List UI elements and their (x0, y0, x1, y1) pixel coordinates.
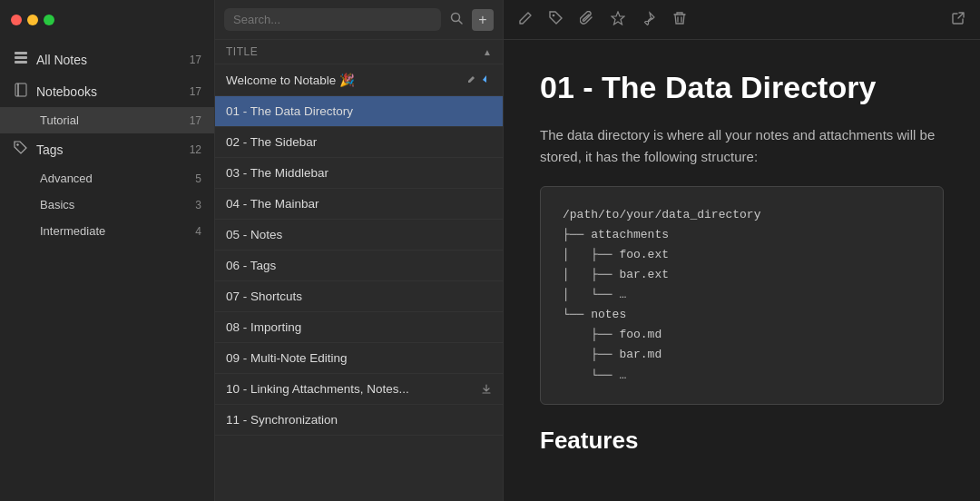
svg-point-9 (553, 14, 555, 16)
note-item-04[interactable]: 04 - The Mainbar (215, 189, 503, 220)
notebooks-label: Notebooks (36, 84, 176, 99)
sidebar-item-advanced[interactable]: Advanced 5 (0, 165, 214, 192)
svg-marker-8 (483, 75, 486, 83)
note-icons-welcome (466, 74, 492, 85)
note-item-03[interactable]: 03 - The Middlebar (215, 158, 503, 189)
note-title-08: 08 - Importing (226, 320, 492, 334)
notes-list: Welcome to Notable 🎉 01 - The Data Direc… (215, 64, 503, 501)
note-item-10[interactable]: 10 - Linking Attachments, Notes... (215, 374, 503, 405)
note-item-05[interactable]: 05 - Notes (215, 220, 503, 250)
new-note-button[interactable]: + (472, 9, 494, 31)
svg-rect-2 (15, 61, 27, 64)
minimize-button[interactable] (27, 15, 38, 25)
close-button[interactable] (11, 15, 22, 25)
sidebar: All Notes 17 Notebooks 17 Tutorial 17 Ta… (0, 0, 215, 501)
pin-icon[interactable] (642, 11, 656, 29)
svg-rect-3 (15, 84, 26, 96)
note-item-welcome[interactable]: Welcome to Notable 🎉 (215, 64, 503, 96)
note-title-01: 01 - The Data Directory (226, 104, 492, 118)
note-item-01[interactable]: 01 - The Data Directory (215, 96, 503, 127)
svg-line-7 (459, 21, 463, 25)
note-title-07: 07 - Shortcuts (226, 290, 492, 303)
note-item-02[interactable]: 02 - The Sidebar (215, 127, 503, 158)
svg-marker-10 (612, 12, 624, 25)
tags-count: 12 (183, 143, 201, 156)
note-title-09: 09 - Multi-Note Editing (226, 351, 492, 365)
note-item-08[interactable]: 08 - Importing (215, 312, 503, 343)
search-bar: + (215, 0, 503, 40)
search-input[interactable] (224, 8, 441, 31)
star-icon[interactable] (611, 11, 625, 29)
sidebar-item-basics[interactable]: Basics 3 (0, 192, 214, 218)
delete-icon[interactable] (672, 11, 687, 29)
notes-sort-title[interactable]: Title (226, 45, 483, 58)
middlebar: + Title ▲ Welcome to Notable 🎉 01 - The … (215, 0, 504, 501)
note-title-05: 05 - Notes (226, 228, 492, 241)
content-title: 01 - The Data Directory (540, 69, 944, 106)
note-title-04: 04 - The Mainbar (226, 197, 492, 211)
basics-count: 3 (195, 199, 201, 211)
note-item-06[interactable]: 06 - Tags (215, 250, 503, 281)
content-paragraph: The data directory is where all your not… (540, 124, 944, 168)
svg-rect-0 (15, 52, 27, 54)
svg-point-5 (16, 143, 18, 145)
notebooks-icon (13, 83, 29, 100)
svg-rect-1 (15, 56, 27, 59)
toolbar (504, 0, 980, 40)
new-note-icon: + (478, 12, 486, 28)
code-block: /path/to/your/data_directory ├── attachm… (540, 186, 944, 405)
intermediate-label: Intermediate (40, 224, 188, 238)
features-heading: Features (540, 427, 944, 455)
note-title-welcome: Welcome to Notable 🎉 (226, 73, 461, 87)
all-notes-label: All Notes (36, 53, 176, 67)
note-item-11[interactable]: 11 - Synchronization (215, 405, 503, 436)
content-area: 01 - The Data Directory The data directo… (504, 40, 980, 501)
maximize-button[interactable] (44, 15, 54, 25)
tutorial-label: Tutorial (40, 113, 182, 127)
tags-icon (13, 141, 29, 158)
note-title-06: 06 - Tags (226, 259, 492, 272)
titlebar (0, 0, 214, 40)
tag-icon[interactable] (549, 11, 564, 29)
sidebar-nav: All Notes 17 Notebooks 17 Tutorial 17 Ta… (0, 40, 214, 501)
tutorial-count: 17 (190, 114, 201, 127)
all-notes-count: 17 (183, 54, 201, 66)
note-title-02: 02 - The Sidebar (226, 135, 492, 149)
attachment-icon[interactable] (580, 11, 594, 29)
traffic-lights (11, 15, 54, 25)
notebooks-count: 17 (183, 85, 201, 98)
note-item-07[interactable]: 07 - Shortcuts (215, 281, 503, 312)
search-icon[interactable] (446, 10, 466, 29)
sidebar-item-tutorial[interactable]: Tutorial 17 (0, 107, 214, 133)
edit-icon[interactable] (518, 11, 533, 29)
main-content: 01 - The Data Directory The data directo… (504, 0, 980, 501)
sort-chevron-icon: ▲ (483, 47, 492, 57)
external-link-icon[interactable] (951, 11, 965, 29)
advanced-count: 5 (195, 172, 201, 185)
sidebar-item-intermediate[interactable]: Intermediate 4 (0, 218, 214, 244)
sidebar-item-tags[interactable]: Tags 12 (0, 133, 214, 165)
sidebar-item-all-notes[interactable]: All Notes 17 (0, 44, 214, 75)
advanced-label: Advanced (40, 172, 188, 185)
note-title-03: 03 - The Middlebar (226, 166, 492, 180)
all-notes-icon (13, 51, 29, 68)
sidebar-item-notebooks[interactable]: Notebooks 17 (0, 75, 214, 107)
tags-label: Tags (36, 142, 176, 157)
notes-header: Title ▲ (215, 40, 503, 64)
note-icons-10 (481, 384, 492, 395)
intermediate-count: 4 (195, 225, 201, 238)
note-title-10: 10 - Linking Attachments, Notes... (226, 382, 475, 396)
note-item-09[interactable]: 09 - Multi-Note Editing (215, 343, 503, 374)
basics-label: Basics (40, 198, 188, 211)
note-title-11: 11 - Synchronization (226, 413, 492, 427)
